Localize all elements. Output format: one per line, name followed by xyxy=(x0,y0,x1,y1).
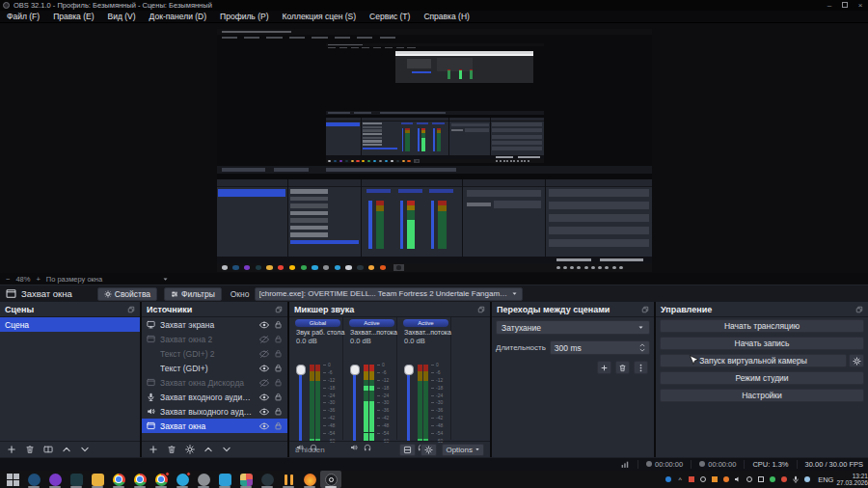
eye-icon[interactable] xyxy=(259,393,269,402)
remove-source-button[interactable] xyxy=(167,445,176,454)
mixer-layout-toggle-button[interactable] xyxy=(399,444,416,456)
menu-item-2[interactable]: Вид (V) xyxy=(101,11,143,23)
transition-properties-button[interactable] xyxy=(634,361,648,374)
source-list-item[interactable]: Захват выходного аудиопотока xyxy=(142,404,287,419)
app-orange-bars[interactable] xyxy=(278,471,299,488)
move-source-up-button[interactable] xyxy=(203,445,213,454)
volume-slider-handle[interactable] xyxy=(404,365,414,375)
vscode[interactable] xyxy=(214,471,235,488)
mixer-channel-name[interactable]: Захват...потока xyxy=(347,327,396,336)
telegram[interactable] xyxy=(172,471,193,488)
volume-slider-track[interactable] xyxy=(407,365,410,442)
virtual-camera-settings-button[interactable] xyxy=(849,354,864,367)
tray-red-pointer[interactable] xyxy=(688,475,695,483)
close-button[interactable]: × xyxy=(853,0,868,11)
lock-icon[interactable] xyxy=(274,364,283,372)
volume-slider-track[interactable] xyxy=(299,365,302,442)
move-scene-down-button[interactable] xyxy=(80,445,90,454)
zoom-in-button[interactable]: + xyxy=(36,275,40,284)
volume-slider-handle[interactable] xyxy=(350,365,360,375)
tray-device[interactable] xyxy=(746,475,753,483)
move-scene-up-button[interactable] xyxy=(62,445,71,454)
mixer-channel-name[interactable]: Захват...потока xyxy=(401,327,450,336)
lock-icon[interactable] xyxy=(274,335,283,343)
chrome[interactable] xyxy=(108,471,129,488)
volume-slider-handle[interactable] xyxy=(296,365,306,375)
app-gear[interactable] xyxy=(193,471,214,488)
language-indicator[interactable]: ENG xyxy=(818,475,833,484)
transition-select[interactable]: Затухание xyxy=(496,320,650,335)
menu-item-0[interactable]: Файл (F) xyxy=(0,11,46,23)
source-list-item[interactable]: Текст (GDI+) xyxy=(142,361,287,375)
taskbar-clock[interactable]: 13:21 27.03.2026 xyxy=(836,473,868,486)
menu-item-6[interactable]: Сервис (T) xyxy=(363,11,417,23)
source-list-item[interactable]: Захват экрана xyxy=(142,317,287,332)
app-flame[interactable] xyxy=(299,471,320,488)
remove-scene-button[interactable] xyxy=(25,445,35,454)
app-dark-c[interactable] xyxy=(257,471,278,488)
studio-mode-button[interactable]: Режим студии xyxy=(660,371,864,385)
tray-steam-cloud[interactable] xyxy=(803,475,811,483)
eye-icon[interactable] xyxy=(259,421,269,431)
add-source-button[interactable] xyxy=(149,445,158,454)
mixer-channel-name[interactable]: Звук раб. стола xyxy=(293,327,342,336)
app-purple[interactable] xyxy=(44,471,66,488)
tray-app-blue[interactable] xyxy=(665,475,672,483)
eye-icon[interactable] xyxy=(259,320,269,330)
app-dark-diamond[interactable] xyxy=(66,471,87,488)
lock-icon[interactable] xyxy=(274,421,283,430)
dock-float-icon[interactable] xyxy=(477,306,485,313)
window-select-dropdown[interactable]: [chrome.exe]: OVERTIME DELL... Team Fort… xyxy=(255,287,523,301)
add-scene-button[interactable] xyxy=(7,445,16,454)
source-properties-button[interactable] xyxy=(185,445,195,454)
tray-clock[interactable] xyxy=(699,475,707,483)
mixer-options-button[interactable]: Options xyxy=(442,444,484,456)
menu-item-1[interactable]: Правка (E) xyxy=(46,11,100,23)
move-source-down-button[interactable] xyxy=(222,445,231,454)
tray-red-app[interactable] xyxy=(780,475,788,483)
dock-float-icon[interactable] xyxy=(855,306,863,313)
source-list-item[interactable]: Захват окна xyxy=(142,419,287,433)
hidden-icons-chevron[interactable]: ^ xyxy=(676,475,684,483)
mic-tray-icon[interactable] xyxy=(792,475,800,483)
volume-slider-track[interactable] xyxy=(353,365,356,442)
source-list-item[interactable]: Захват окна Дискорда xyxy=(142,375,287,390)
dock-float-icon[interactable] xyxy=(275,306,283,313)
chrome-profile-2[interactable] xyxy=(129,471,150,488)
spinner-down-icon[interactable] xyxy=(639,348,645,352)
file-explorer[interactable] xyxy=(87,471,108,488)
menu-item-7[interactable]: Справка (H) xyxy=(417,11,476,23)
scene-filters-button[interactable] xyxy=(43,445,53,454)
source-list-item[interactable]: Захват окна 2 xyxy=(142,332,287,346)
tray-display[interactable] xyxy=(757,475,765,483)
zoom-dropdown-caret-icon[interactable] xyxy=(162,276,169,283)
filters-button[interactable]: Фильтры xyxy=(164,287,222,301)
start-recording-button[interactable]: Начать запись xyxy=(660,337,864,350)
lock-icon[interactable] xyxy=(274,393,283,401)
tray-orange-square[interactable] xyxy=(711,475,719,483)
dock-float-icon[interactable] xyxy=(127,306,135,313)
menu-item-5[interactable]: Коллекция сцен (S) xyxy=(275,11,363,23)
tray-orange-app[interactable] xyxy=(722,475,730,483)
add-transition-button[interactable] xyxy=(597,361,611,374)
menu-item-4[interactable]: Профиль (P) xyxy=(213,11,275,23)
eye-off-icon[interactable] xyxy=(259,349,269,359)
spinner-up-icon[interactable] xyxy=(639,343,645,347)
duration-spinner[interactable]: 300 ms xyxy=(550,340,650,355)
minimize-button[interactable]: – xyxy=(822,0,837,11)
zoom-fit-label[interactable]: По размеру окна xyxy=(46,275,102,284)
menu-item-3[interactable]: Док-панели (D) xyxy=(143,11,213,23)
lock-icon[interactable] xyxy=(274,407,283,416)
start-button[interactable] xyxy=(2,471,23,488)
volume-icon[interactable] xyxy=(734,475,742,483)
advanced-audio-button[interactable] xyxy=(420,444,437,456)
lock-icon[interactable] xyxy=(274,378,283,387)
settings-button[interactable]: Настройки xyxy=(660,389,864,402)
eye-icon[interactable] xyxy=(259,364,269,373)
remove-transition-button[interactable] xyxy=(615,361,630,374)
lock-icon[interactable] xyxy=(274,349,283,358)
scene-preview-canvas[interactable] xyxy=(217,29,652,272)
dock-float-icon[interactable] xyxy=(641,306,649,313)
tray-green-app[interactable] xyxy=(769,475,776,483)
properties-button[interactable]: Свойства xyxy=(97,287,157,301)
